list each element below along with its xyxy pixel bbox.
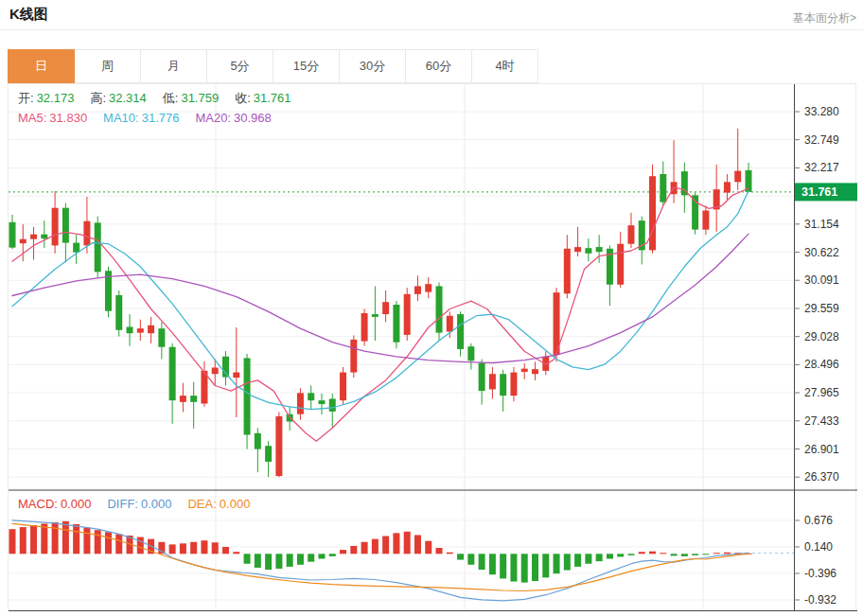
axis-tick-label: 30.091 [804, 273, 839, 287]
axis-tick-label: 0.676 [804, 514, 833, 527]
ma-info-row: MA5:31.830MA10:31.776MA20:30.968 [18, 111, 288, 125]
tab-period-2[interactable]: 月 [141, 49, 207, 83]
period-tabbar: 日周月5分15分30分60分4时 [8, 49, 538, 83]
axis-tick-label: 31.154 [804, 218, 839, 231]
info-pair: MA10:31.776 [103, 111, 182, 125]
current-price-tag: 31.761 [801, 185, 837, 199]
info-pair: MA20:30.968 [195, 111, 273, 125]
axis-tick-label: 33.280 [804, 105, 839, 118]
title-divider [0, 29, 863, 30]
info-pair: 高:32.314 [90, 91, 149, 105]
tab-period-6[interactable]: 60分 [406, 49, 472, 83]
axis-tick-label: 26.901 [804, 443, 839, 456]
ohlc-info-row: 开:32.173高:32.314低:31.759收:31.761 [18, 90, 308, 107]
info-pair: 开:32.173 [18, 91, 77, 105]
axis-tick-label: 29.559 [804, 302, 839, 315]
axis-tick-label: 27.965 [804, 386, 839, 399]
axis-tick-label: 0.140 [804, 540, 833, 554]
page-title: K线图 [9, 6, 48, 24]
tab-period-4[interactable]: 15分 [273, 49, 340, 83]
axis-tick-label: 32.217 [804, 161, 839, 174]
tab-period-3[interactable]: 5分 [207, 49, 273, 83]
fundamental-analysis-link[interactable]: 基本面分析> [793, 10, 856, 26]
info-pair: MACD:0.000 [18, 497, 94, 511]
axis-tick-label: 26.370 [804, 470, 839, 484]
axis-tick-label: 30.622 [804, 246, 839, 259]
axis-tick-label: -0.396 [804, 567, 837, 580]
axis-tick-label: 28.496 [804, 358, 839, 371]
tab-period-5[interactable]: 30分 [340, 49, 406, 83]
info-pair: DIFF:0.000 [107, 497, 174, 511]
chart-canvas[interactable]: 33.28032.74932.21731.15430.62230.09129.5… [9, 84, 857, 612]
kline-chart-area[interactable]: 开:32.173高:32.314低:31.759收:31.761 MA5:31.… [8, 83, 856, 611]
tab-period-1[interactable]: 周 [75, 49, 141, 83]
info-pair: 低:31.759 [163, 91, 221, 105]
axis-tick-label: 32.749 [804, 133, 839, 147]
tab-period-7[interactable]: 4时 [472, 49, 538, 83]
info-pair: MA5:31.830 [18, 111, 90, 125]
macd-info-row: MACD:0.000DIFF:0.000DEA:0.000 [18, 497, 266, 511]
axis-tick-label: 27.433 [804, 414, 839, 428]
axis-tick-label: 29.028 [804, 330, 839, 343]
info-pair: 收:31.761 [235, 91, 293, 105]
axis-tick-label: -0.932 [804, 593, 837, 607]
info-pair: DEA:0.000 [187, 497, 253, 511]
tab-period-0[interactable]: 日 [8, 49, 75, 83]
